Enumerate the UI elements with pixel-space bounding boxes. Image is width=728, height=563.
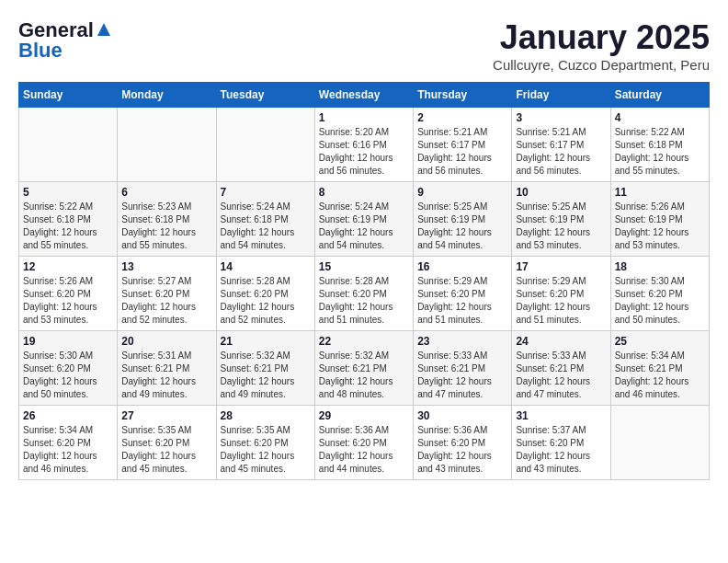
- calendar-header-monday: Monday: [118, 83, 216, 108]
- calendar-cell: 30Sunrise: 5:36 AM Sunset: 6:20 PM Dayli…: [414, 406, 512, 480]
- calendar-cell: 2Sunrise: 5:21 AM Sunset: 6:17 PM Daylig…: [414, 108, 512, 182]
- calendar-week-row: 26Sunrise: 5:34 AM Sunset: 6:20 PM Dayli…: [19, 406, 710, 480]
- location-subtitle: Cullcuyre, Cuzco Department, Peru: [493, 57, 710, 73]
- day-number: 29: [319, 409, 409, 422]
- calendar-cell: 17Sunrise: 5:29 AM Sunset: 6:20 PM Dayli…: [512, 257, 610, 331]
- calendar-header-wednesday: Wednesday: [314, 83, 413, 108]
- calendar-cell: 5Sunrise: 5:22 AM Sunset: 6:18 PM Daylig…: [19, 182, 118, 257]
- day-info: Sunrise: 5:26 AM Sunset: 6:20 PM Dayligh…: [23, 275, 113, 327]
- day-info: Sunrise: 5:27 AM Sunset: 6:20 PM Dayligh…: [121, 275, 211, 327]
- day-number: 5: [23, 186, 113, 199]
- calendar-header-saturday: Saturday: [610, 83, 709, 108]
- calendar-cell: 1Sunrise: 5:20 AM Sunset: 6:16 PM Daylig…: [314, 108, 413, 182]
- calendar-table: SundayMondayTuesdayWednesdayThursdayFrid…: [18, 82, 710, 480]
- day-number: 6: [121, 186, 211, 199]
- day-info: Sunrise: 5:34 AM Sunset: 6:20 PM Dayligh…: [23, 424, 113, 476]
- calendar-cell: 23Sunrise: 5:33 AM Sunset: 6:21 PM Dayli…: [414, 331, 512, 406]
- day-info: Sunrise: 5:28 AM Sunset: 6:20 PM Dayligh…: [319, 275, 409, 327]
- day-info: Sunrise: 5:34 AM Sunset: 6:21 PM Dayligh…: [615, 350, 705, 401]
- page-header: General Blue January 2025 Cullcuyre, Cuz…: [18, 18, 710, 73]
- calendar-cell: 12Sunrise: 5:26 AM Sunset: 6:20 PM Dayli…: [19, 257, 118, 331]
- calendar-cell: 6Sunrise: 5:23 AM Sunset: 6:18 PM Daylig…: [118, 182, 216, 257]
- day-info: Sunrise: 5:23 AM Sunset: 6:18 PM Dayligh…: [121, 201, 211, 252]
- day-number: 12: [23, 260, 113, 273]
- calendar-week-row: 5Sunrise: 5:22 AM Sunset: 6:18 PM Daylig…: [19, 182, 710, 257]
- day-number: 19: [23, 335, 113, 348]
- calendar-header-thursday: Thursday: [414, 83, 512, 108]
- logo-icon: [96, 21, 112, 38]
- day-number: 2: [417, 111, 507, 124]
- calendar-cell: 27Sunrise: 5:35 AM Sunset: 6:20 PM Dayli…: [118, 406, 216, 480]
- day-info: Sunrise: 5:29 AM Sunset: 6:20 PM Dayligh…: [417, 275, 507, 327]
- month-title: January 2025: [493, 18, 710, 57]
- calendar-cell: 10Sunrise: 5:25 AM Sunset: 6:19 PM Dayli…: [512, 182, 610, 257]
- day-number: 10: [516, 186, 606, 199]
- calendar-cell: 28Sunrise: 5:35 AM Sunset: 6:20 PM Dayli…: [216, 406, 314, 480]
- day-number: 13: [121, 260, 211, 273]
- day-number: 1: [319, 111, 409, 124]
- title-area: January 2025 Cullcuyre, Cuzco Department…: [493, 18, 710, 73]
- day-info: Sunrise: 5:28 AM Sunset: 6:20 PM Dayligh…: [221, 275, 311, 327]
- day-number: 31: [516, 409, 606, 422]
- calendar-cell: 18Sunrise: 5:30 AM Sunset: 6:20 PM Dayli…: [610, 257, 709, 331]
- day-number: 26: [23, 409, 113, 422]
- calendar-cell: 24Sunrise: 5:33 AM Sunset: 6:21 PM Dayli…: [512, 331, 610, 406]
- calendar-cell: [19, 108, 118, 182]
- day-info: Sunrise: 5:22 AM Sunset: 6:18 PM Dayligh…: [615, 126, 705, 178]
- calendar-header-row: SundayMondayTuesdayWednesdayThursdayFrid…: [19, 83, 710, 108]
- day-number: 4: [615, 111, 705, 124]
- calendar-cell: 16Sunrise: 5:29 AM Sunset: 6:20 PM Dayli…: [414, 257, 512, 331]
- day-number: 20: [121, 335, 211, 348]
- svg-marker-0: [97, 23, 110, 36]
- day-number: 22: [319, 335, 409, 348]
- day-info: Sunrise: 5:26 AM Sunset: 6:19 PM Dayligh…: [615, 201, 705, 252]
- calendar-cell: 31Sunrise: 5:37 AM Sunset: 6:20 PM Dayli…: [512, 406, 610, 480]
- calendar-cell: 8Sunrise: 5:24 AM Sunset: 6:19 PM Daylig…: [314, 182, 413, 257]
- day-info: Sunrise: 5:24 AM Sunset: 6:19 PM Dayligh…: [319, 201, 409, 252]
- day-number: 24: [516, 335, 606, 348]
- logo: General Blue: [18, 18, 112, 63]
- day-number: 18: [615, 260, 705, 273]
- day-number: 30: [417, 409, 507, 422]
- calendar-cell: 22Sunrise: 5:32 AM Sunset: 6:21 PM Dayli…: [314, 331, 413, 406]
- calendar-header-sunday: Sunday: [19, 83, 118, 108]
- calendar-cell: 15Sunrise: 5:28 AM Sunset: 6:20 PM Dayli…: [314, 257, 413, 331]
- day-number: 8: [319, 186, 409, 199]
- day-number: 16: [417, 260, 507, 273]
- calendar-cell: [216, 108, 314, 182]
- day-info: Sunrise: 5:32 AM Sunset: 6:21 PM Dayligh…: [319, 350, 409, 401]
- day-number: 23: [417, 335, 507, 348]
- calendar-cell: 20Sunrise: 5:31 AM Sunset: 6:21 PM Dayli…: [118, 331, 216, 406]
- day-info: Sunrise: 5:25 AM Sunset: 6:19 PM Dayligh…: [516, 201, 606, 252]
- day-info: Sunrise: 5:21 AM Sunset: 6:17 PM Dayligh…: [516, 126, 606, 178]
- day-number: 25: [615, 335, 705, 348]
- day-info: Sunrise: 5:21 AM Sunset: 6:17 PM Dayligh…: [417, 126, 507, 178]
- calendar-week-row: 12Sunrise: 5:26 AM Sunset: 6:20 PM Dayli…: [19, 257, 710, 331]
- calendar-cell: 9Sunrise: 5:25 AM Sunset: 6:19 PM Daylig…: [414, 182, 512, 257]
- calendar-cell: 3Sunrise: 5:21 AM Sunset: 6:17 PM Daylig…: [512, 108, 610, 182]
- calendar-cell: 19Sunrise: 5:30 AM Sunset: 6:20 PM Dayli…: [19, 331, 118, 406]
- day-number: 21: [221, 335, 311, 348]
- day-number: 11: [615, 186, 705, 199]
- day-number: 28: [221, 409, 311, 422]
- calendar-week-row: 1Sunrise: 5:20 AM Sunset: 6:16 PM Daylig…: [19, 108, 710, 182]
- day-number: 9: [417, 186, 507, 199]
- day-number: 14: [221, 260, 311, 273]
- day-info: Sunrise: 5:36 AM Sunset: 6:20 PM Dayligh…: [319, 424, 409, 476]
- calendar-cell: 21Sunrise: 5:32 AM Sunset: 6:21 PM Dayli…: [216, 331, 314, 406]
- calendar-cell: 29Sunrise: 5:36 AM Sunset: 6:20 PM Dayli…: [314, 406, 413, 480]
- day-info: Sunrise: 5:25 AM Sunset: 6:19 PM Dayligh…: [417, 201, 507, 252]
- day-info: Sunrise: 5:24 AM Sunset: 6:18 PM Dayligh…: [221, 201, 311, 252]
- calendar-cell: 14Sunrise: 5:28 AM Sunset: 6:20 PM Dayli…: [216, 257, 314, 331]
- day-info: Sunrise: 5:30 AM Sunset: 6:20 PM Dayligh…: [23, 350, 113, 401]
- day-info: Sunrise: 5:35 AM Sunset: 6:20 PM Dayligh…: [221, 424, 311, 476]
- day-info: Sunrise: 5:22 AM Sunset: 6:18 PM Dayligh…: [23, 201, 113, 252]
- calendar-cell: 26Sunrise: 5:34 AM Sunset: 6:20 PM Dayli…: [19, 406, 118, 480]
- day-info: Sunrise: 5:36 AM Sunset: 6:20 PM Dayligh…: [417, 424, 507, 476]
- day-info: Sunrise: 5:29 AM Sunset: 6:20 PM Dayligh…: [516, 275, 606, 327]
- day-info: Sunrise: 5:35 AM Sunset: 6:20 PM Dayligh…: [121, 424, 211, 476]
- day-info: Sunrise: 5:33 AM Sunset: 6:21 PM Dayligh…: [516, 350, 606, 401]
- day-info: Sunrise: 5:31 AM Sunset: 6:21 PM Dayligh…: [121, 350, 211, 401]
- day-info: Sunrise: 5:20 AM Sunset: 6:16 PM Dayligh…: [319, 126, 409, 178]
- logo-blue-text: Blue: [18, 39, 63, 63]
